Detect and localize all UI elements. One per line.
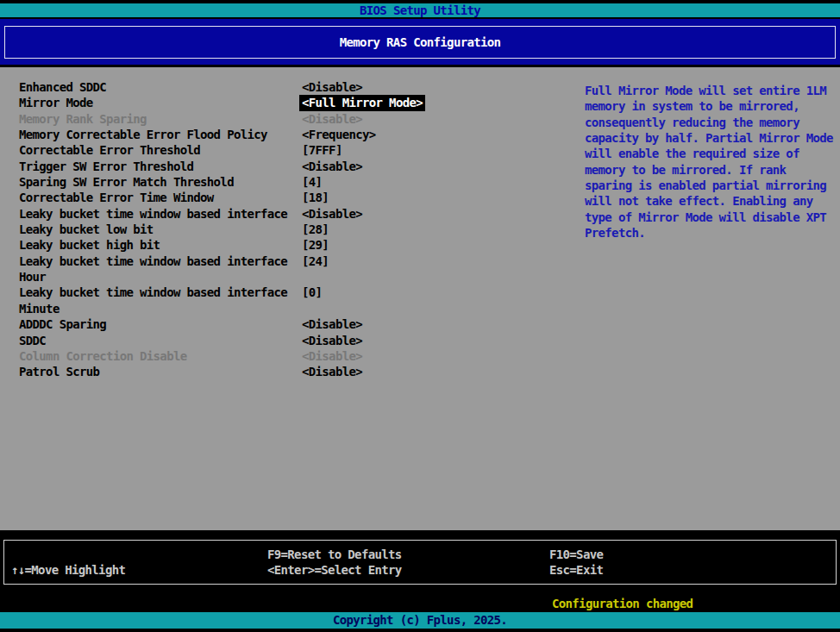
copyright-bar: Copyright (c) Fplus, 2025. xyxy=(0,612,840,629)
page-header: Memory RAS Configuration xyxy=(0,19,840,65)
settings-menu: Enhanced SDDC <Disable> Mirror Mode <Ful… xyxy=(19,79,467,380)
bottom-bar: F9=Reset to Defaults F10=Save ↑↓=Move Hi… xyxy=(0,530,840,612)
item-label: Patrol Scrub xyxy=(19,364,302,379)
item-label: Sparing SW Error Match Threshold xyxy=(19,174,302,190)
menu-item-leaky-bucket-time-window-minute[interactable]: Leaky bucket time window based interface… xyxy=(19,285,467,316)
item-value: <Disable> xyxy=(302,159,362,174)
item-value: <Disable> xyxy=(302,348,362,364)
menu-item-memory-rank-sparing: Memory Rank Sparing <Disable> xyxy=(19,111,467,127)
menu-item-column-correction-disable: Column Correction Disable <Disable> xyxy=(19,348,467,364)
key-hint-exit: Esc=Exit xyxy=(549,562,836,578)
key-hint-select: <Enter>=Select Entry xyxy=(267,562,549,578)
titlebar: BIOS Setup Utility xyxy=(0,3,840,17)
item-label: Leaky bucket time window based interface… xyxy=(19,285,302,316)
status-message: Configuration changed xyxy=(552,596,693,611)
item-value: [4] xyxy=(302,174,322,190)
key-hint-move: ↑↓=Move Highlight xyxy=(4,562,267,578)
menu-item-correctable-error-threshold[interactable]: Correctable Error Threshold [7FFF] xyxy=(19,142,467,158)
item-value: <Disable> xyxy=(302,316,362,332)
item-label: Correctable Error Time Window xyxy=(19,190,302,205)
item-value: <Frequency> xyxy=(302,127,376,142)
item-value: <Disable> xyxy=(302,333,362,348)
menu-item-leaky-bucket-time-window-hour[interactable]: Leaky bucket time window based interface… xyxy=(19,253,467,285)
item-value: [0] xyxy=(302,285,322,300)
copyright-text: Copyright (c) Fplus, 2025. xyxy=(333,613,507,627)
key-hints-row-1: F9=Reset to Defaults F10=Save xyxy=(4,547,836,562)
item-label: Mirror Mode xyxy=(19,95,302,110)
item-label: Leaky bucket time window based interface… xyxy=(19,253,302,285)
item-value: [7FFF] xyxy=(302,142,342,158)
item-label: SDDC xyxy=(19,333,302,348)
item-value: <Disable> xyxy=(302,79,362,95)
menu-item-leaky-bucket-high-bit[interactable]: Leaky bucket high bit [29] xyxy=(19,237,467,253)
menu-item-trigger-sw-error-threshold[interactable]: Trigger SW Error Threshold <Disable> xyxy=(19,159,467,174)
menu-item-leaky-bucket-time-window-based-interface[interactable]: Leaky bucket time window based interface… xyxy=(19,206,467,222)
item-label: Memory Correctable Error Flood Policy xyxy=(19,127,302,142)
page-title: Memory RAS Configuration xyxy=(340,35,501,49)
item-label: Memory Rank Sparing xyxy=(19,111,302,127)
menu-item-memory-correctable-error-flood-policy[interactable]: Memory Correctable Error Flood Policy <F… xyxy=(19,127,467,142)
bios-screen: BIOS Setup Utility Memory RAS Configurat… xyxy=(0,0,840,632)
item-label: Enhanced SDDC xyxy=(19,79,302,95)
help-panel: Full Mirror Mode will set entire 1LM mem… xyxy=(585,83,837,241)
key-hint-reset: F9=Reset to Defaults xyxy=(267,547,549,562)
item-value-selected: <Full Mirror Mode> xyxy=(299,95,425,110)
item-value: [29] xyxy=(302,237,329,253)
item-value: [28] xyxy=(302,222,329,237)
item-label: Leaky bucket high bit xyxy=(19,237,302,253)
key-hints-row-2: ↑↓=Move Highlight <Enter>=Select Entry E… xyxy=(4,562,836,578)
menu-item-correctable-error-time-window[interactable]: Correctable Error Time Window [18] xyxy=(19,190,467,205)
menu-item-sddc[interactable]: SDDC <Disable> xyxy=(19,333,467,348)
menu-item-patrol-scrub[interactable]: Patrol Scrub <Disable> xyxy=(19,364,467,379)
item-value: <Disable> xyxy=(302,364,362,379)
item-label: Leaky bucket low bit xyxy=(19,222,302,237)
menu-item-sparing-sw-error-match-threshold[interactable]: Sparing SW Error Match Threshold [4] xyxy=(19,174,467,190)
menu-item-leaky-bucket-low-bit[interactable]: Leaky bucket low bit [28] xyxy=(19,222,467,237)
page-title-box: Memory RAS Configuration xyxy=(4,26,836,59)
item-label: Trigger SW Error Threshold xyxy=(19,159,302,174)
item-value: <Disable> xyxy=(302,111,362,127)
key-hint-empty xyxy=(4,547,267,562)
item-label: Column Correction Disable xyxy=(19,348,302,364)
key-hints-box: F9=Reset to Defaults F10=Save ↑↓=Move Hi… xyxy=(3,540,837,585)
menu-item-adddc-sparing[interactable]: ADDDC Sparing <Disable> xyxy=(19,316,467,332)
item-value: [24] xyxy=(302,253,329,269)
item-value: [18] xyxy=(302,190,329,205)
menu-item-enhanced-sddc[interactable]: Enhanced SDDC <Disable> xyxy=(19,79,467,95)
menu-item-mirror-mode[interactable]: Mirror Mode <Full Mirror Mode> xyxy=(19,95,467,110)
item-value: <Disable> xyxy=(302,206,362,222)
titlebar-text: BIOS Setup Utility xyxy=(360,3,480,17)
item-label: Correctable Error Threshold xyxy=(19,142,302,158)
item-label: ADDDC Sparing xyxy=(19,316,302,332)
key-hint-save: F10=Save xyxy=(549,547,836,562)
item-label: Leaky bucket time window based interface xyxy=(19,206,302,222)
main-area: Enhanced SDDC <Disable> Mirror Mode <Ful… xyxy=(0,67,840,530)
